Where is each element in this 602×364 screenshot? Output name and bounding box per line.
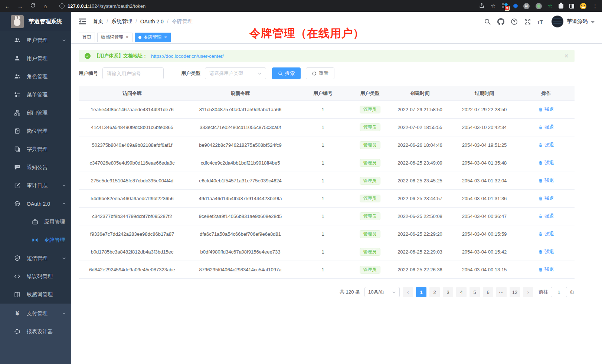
breadcrumb-system[interactable]: 系统管理 bbox=[111, 18, 132, 25]
browser-back-icon[interactable]: ← bbox=[4, 3, 11, 9]
cell-access-token: 41c41346a548490f9dc8b01c6bfe0865 bbox=[79, 125, 186, 130]
chevron-down-icon bbox=[62, 38, 66, 42]
sidebar-item-errcode[interactable]: 错误码管理 bbox=[0, 267, 71, 285]
force-logout-button[interactable]: 强退 bbox=[538, 266, 554, 273]
tab-token-manage[interactable]: 令牌管理 ✕ bbox=[135, 33, 171, 42]
address-bar[interactable]: i 127.0.0.1:1024/system/oauth2/token bbox=[59, 3, 474, 9]
sidebar-item-menu[interactable]: 菜单管理 bbox=[0, 86, 71, 104]
user-id-input[interactable] bbox=[102, 67, 164, 79]
close-tab-icon[interactable]: ✕ bbox=[125, 35, 129, 40]
cell-refresh-token: b0df4980ffd34c67a08f9156e4eee733 bbox=[186, 249, 295, 255]
fullscreen-icon[interactable] bbox=[524, 18, 531, 25]
sidebar-item-tenant[interactable]: 租户管理 bbox=[0, 31, 71, 49]
user-menu[interactable]: 芋道源码 bbox=[552, 16, 595, 27]
sidebar-item-oauth[interactable]: OAuth 2.0 bbox=[0, 195, 71, 213]
force-logout-button[interactable]: 强退 bbox=[538, 177, 554, 184]
help-icon[interactable] bbox=[511, 18, 518, 25]
search-icon[interactable] bbox=[484, 18, 491, 25]
extension-command-icon[interactable]: ⌘ bbox=[523, 3, 530, 9]
github-icon[interactable] bbox=[497, 18, 504, 25]
next-page-button[interactable]: › bbox=[523, 287, 533, 297]
extension-grid-icon[interactable]: 9 bbox=[502, 3, 508, 9]
browser-home-icon[interactable]: ⌂ bbox=[42, 3, 49, 9]
force-logout-button[interactable]: 强退 bbox=[538, 195, 554, 202]
reset-button[interactable]: 重置 bbox=[306, 67, 334, 79]
cell-access-token: 502375b8040a469a9b82188afdf6af1f bbox=[79, 142, 186, 148]
goto-page-input[interactable] bbox=[551, 287, 567, 297]
bookmark-star-icon[interactable]: ☆ bbox=[491, 3, 495, 9]
cell-expire-time: 2054-03-10 20:42:34 bbox=[451, 125, 518, 130]
logo-avatar bbox=[11, 15, 24, 28]
extension-record-icon[interactable] bbox=[536, 3, 542, 9]
share-icon[interactable] bbox=[479, 3, 485, 10]
profile-avatar-icon[interactable] bbox=[580, 3, 586, 9]
app-logo[interactable]: 芋道管理系统 bbox=[0, 12, 71, 31]
force-logout-button[interactable]: 强退 bbox=[538, 248, 554, 255]
sidebar-item-sms[interactable]: 短信管理 bbox=[0, 249, 71, 267]
user-type-select[interactable]: 请选择用户类型 bbox=[205, 67, 266, 79]
col-user-id: 用户编号 bbox=[295, 90, 351, 97]
cell-actions: 强退 bbox=[518, 142, 575, 149]
pager-ellipsis[interactable]: ⋯ bbox=[496, 287, 507, 297]
sidebar-fold-icon[interactable] bbox=[79, 18, 86, 25]
browser-reload-icon[interactable] bbox=[29, 3, 36, 9]
sidebar-item-post[interactable]: 岗位管理 bbox=[0, 122, 71, 140]
sidebar-item-dept[interactable]: 部门管理 bbox=[0, 104, 71, 122]
doc-link[interactable]: https://doc.iocoder.cn/user-center/ bbox=[151, 53, 224, 59]
breadcrumb-home[interactable]: 首页 bbox=[93, 18, 103, 25]
user-type-badge: 管理员 bbox=[360, 266, 380, 274]
page-button-6[interactable]: 6 bbox=[483, 287, 493, 297]
close-tab-icon[interactable]: ✕ bbox=[164, 35, 167, 40]
force-logout-button[interactable]: 强退 bbox=[538, 213, 554, 219]
page-size-select[interactable]: 10条/页 bbox=[364, 287, 400, 297]
sidebar-item-token-manage[interactable]: 令牌管理 bbox=[0, 231, 71, 249]
page-button-1[interactable]: 1 bbox=[416, 287, 426, 297]
extensions-puzzle-icon[interactable] bbox=[559, 4, 563, 9]
prev-page-button[interactable]: ‹ bbox=[403, 287, 413, 297]
table-row: c342377bf8b344799dcbf7bf095287f2 9ce8ef2… bbox=[79, 208, 575, 225]
reading-list-icon[interactable] bbox=[569, 4, 574, 9]
site-info-icon[interactable]: i bbox=[59, 3, 65, 9]
cell-user-type: 管理员 bbox=[351, 159, 389, 167]
force-logout-button[interactable]: 强退 bbox=[538, 142, 554, 148]
breadcrumb-oauth[interactable]: OAuth 2.0 bbox=[140, 19, 164, 24]
force-logout-button[interactable]: 强退 bbox=[538, 159, 554, 166]
search-button[interactable]: 搜索 bbox=[272, 67, 301, 79]
tab-home[interactable]: 首页 bbox=[79, 33, 95, 42]
page-button-4[interactable]: 4 bbox=[456, 287, 467, 297]
cell-user-type: 管理员 bbox=[351, 195, 389, 202]
cell-expire-time: 2054-03-04 00:13:15 bbox=[451, 267, 518, 272]
force-logout-button[interactable]: 强退 bbox=[538, 231, 554, 237]
sidebar-item-sensitive[interactable]: 敏感词管理 bbox=[0, 285, 71, 304]
sidebar-item-pay[interactable]: ¥ 支付管理 bbox=[0, 304, 71, 322]
force-logout-button[interactable]: 强退 bbox=[538, 124, 554, 130]
browser-forward-icon[interactable]: → bbox=[16, 3, 24, 9]
page-button-3[interactable]: 3 bbox=[443, 287, 453, 297]
page-button-5[interactable]: 5 bbox=[470, 287, 480, 297]
font-size-icon[interactable]: TT bbox=[537, 19, 543, 25]
cell-user-id: 1 bbox=[295, 142, 351, 148]
sidebar-item-role[interactable]: 角色管理 bbox=[0, 67, 71, 86]
cell-access-token: 275e5de9151045fe87cbdc395e004f4d bbox=[79, 178, 186, 183]
extension-star-icon[interactable]: ☆ bbox=[548, 3, 553, 9]
extension-gem-icon[interactable] bbox=[513, 3, 518, 9]
sidebar-item-user[interactable]: 用户管理 bbox=[0, 49, 71, 67]
sidebar-item-app-manage[interactable]: 应用管理 bbox=[0, 213, 71, 231]
page-button-12[interactable]: 12 bbox=[510, 287, 520, 297]
user-icon bbox=[14, 55, 20, 62]
sidebar-item-report[interactable]: 报表设计器 bbox=[0, 322, 71, 341]
cell-user-id: 1 bbox=[295, 178, 351, 183]
app-title: 芋道管理系统 bbox=[29, 18, 62, 25]
force-logout-button[interactable]: 强退 bbox=[538, 106, 554, 113]
cell-user-type: 管理员 bbox=[351, 266, 389, 274]
browser-menu-icon[interactable]: ⋮ bbox=[592, 3, 598, 9]
alert-close-icon[interactable]: ✕ bbox=[564, 53, 569, 59]
user-type-badge: 管理员 bbox=[360, 212, 380, 220]
tab-sensitive-word[interactable]: 敏感词管理 ✕ bbox=[97, 33, 132, 42]
sidebar-item-dict[interactable]: 字典管理 bbox=[0, 140, 71, 158]
sidebar-item-audit[interactable]: 审计日志 bbox=[0, 176, 71, 195]
sidebar-item-notice[interactable]: 通知公告 bbox=[0, 158, 71, 176]
cell-refresh-token: 333ecfc71e02480cb11055c875c3ca0f bbox=[186, 125, 295, 130]
cell-actions: 强退 bbox=[518, 231, 575, 238]
page-button-2[interactable]: 2 bbox=[429, 287, 440, 297]
